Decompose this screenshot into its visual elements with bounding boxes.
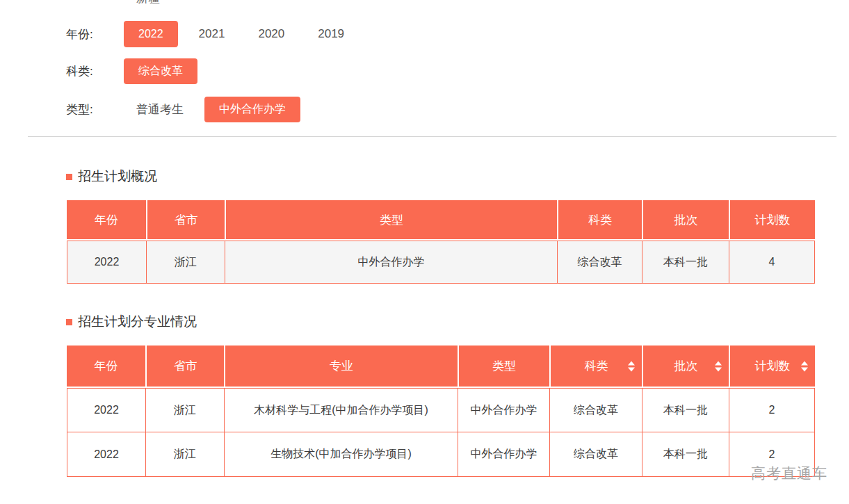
section-title-text: 招生计划概况 — [78, 168, 157, 186]
table-cell: 中外合作办学 — [458, 432, 549, 477]
header-row: 年份省市类型科类批次计划数 — [67, 200, 815, 241]
column-header-label: 省市 — [174, 359, 197, 373]
filter-row-year: 年份: 2022202120202019 — [66, 21, 357, 47]
column-header-批次: 批次 — [642, 200, 729, 241]
filter-label-year: 年份: — [66, 26, 124, 42]
header-row: 年份省市专业类型科类批次计划数 — [67, 346, 815, 388]
sort-icon[interactable] — [715, 361, 722, 371]
table-cell: 生物技术(中加合作办学项目) — [224, 432, 458, 477]
filter-row-type: 类型: 普通考生中外合作办学 — [66, 97, 300, 122]
column-header-年份: 年份 — [67, 346, 145, 388]
filter-option-2022[interactable]: 2022 — [124, 21, 178, 47]
filter-label-type: 类型: — [66, 101, 124, 117]
table-cell: 综合改革 — [549, 432, 642, 477]
section-title-text: 招生计划分专业情况 — [78, 313, 197, 331]
table-cell: 综合改革 — [557, 241, 642, 284]
column-header-label: 年份 — [95, 359, 118, 373]
top-clipped-province-tab[interactable]: 新疆 — [136, 0, 160, 6]
column-header-专业: 专业 — [224, 346, 458, 388]
filter-option-2020[interactable]: 2020 — [245, 21, 297, 47]
filter-option-2021[interactable]: 2021 — [186, 21, 238, 47]
column-header-label: 专业 — [330, 359, 353, 373]
filter-option-普通考生[interactable]: 普通考生 — [124, 97, 196, 122]
filter-options-year: 2022202120202019 — [124, 21, 357, 47]
section-divider — [28, 136, 836, 137]
column-header-label: 省市 — [175, 213, 198, 227]
column-header-label: 科类 — [588, 213, 612, 227]
column-header-科类: 科类 — [557, 200, 642, 241]
filter-options-subject: 综合改革 — [124, 58, 197, 84]
table-cell: 浙江 — [145, 388, 224, 432]
column-header-label: 批次 — [674, 359, 698, 373]
table-cell: 4 — [729, 241, 815, 284]
column-header-label: 类型 — [380, 213, 403, 227]
table-cell: 综合改革 — [549, 388, 642, 432]
table-cell: 本科一批 — [642, 241, 729, 284]
column-header-类型: 类型 — [225, 200, 557, 241]
table-row: 2022浙江生物技术(中加合作办学项目)中外合作办学综合改革本科一批2 — [67, 432, 815, 477]
table-cell: 本科一批 — [642, 388, 729, 432]
table-cell: 中外合作办学 — [225, 241, 557, 284]
filter-option-综合改革[interactable]: 综合改革 — [124, 58, 197, 84]
column-header-label: 批次 — [674, 213, 698, 227]
column-header-批次[interactable]: 批次 — [642, 346, 729, 388]
table-cell: 浙江 — [146, 241, 225, 284]
filter-options-type: 普通考生中外合作办学 — [124, 97, 300, 122]
filter-label-subject: 科类: — [66, 63, 124, 79]
column-header-label: 计划数 — [755, 359, 791, 373]
filter-row-subject: 科类: 综合改革 — [66, 58, 197, 84]
column-header-label: 计划数 — [755, 213, 791, 227]
column-header-label: 类型 — [492, 359, 516, 373]
section-title-overview: 招生计划概况 — [66, 168, 157, 186]
table-cell: 浙江 — [145, 432, 224, 477]
column-header-计划数: 计划数 — [729, 200, 815, 241]
sort-icon[interactable] — [628, 361, 635, 371]
by-major-table: 年份省市专业类型科类批次计划数2022浙江木材科学与工程(中加合作办学项目)中外… — [67, 346, 815, 477]
table-cell: 2022 — [67, 241, 146, 284]
overview-table: 年份省市类型科类批次计划数2022浙江中外合作办学综合改革本科一批4 — [67, 200, 815, 284]
column-header-年份: 年份 — [67, 200, 146, 241]
table-row: 2022浙江中外合作办学综合改革本科一批4 — [67, 241, 815, 284]
section-title-by-major: 招生计划分专业情况 — [66, 313, 197, 331]
column-header-计划数[interactable]: 计划数 — [729, 346, 815, 388]
sort-icon[interactable] — [801, 361, 808, 371]
table-cell: 中外合作办学 — [458, 388, 549, 432]
watermark: 高考直通车 — [751, 464, 827, 483]
column-header-省市: 省市 — [146, 200, 225, 241]
bullet-square-icon — [66, 174, 72, 180]
table-cell: 木材科学与工程(中加合作办学项目) — [224, 388, 458, 432]
column-header-类型: 类型 — [458, 346, 549, 388]
column-header-科类[interactable]: 科类 — [549, 346, 642, 388]
filter-option-2019[interactable]: 2019 — [305, 21, 357, 47]
bullet-square-icon — [66, 319, 72, 325]
column-header-label: 科类 — [585, 359, 608, 373]
column-header-省市: 省市 — [145, 346, 224, 388]
admission-plan-page: 新疆 年份: 2022202120202019 科类: 综合改革 类型: 普通考… — [0, 0, 849, 504]
column-header-label: 年份 — [95, 213, 118, 227]
table-cell: 2022 — [67, 388, 145, 432]
table-row: 2022浙江木材科学与工程(中加合作办学项目)中外合作办学综合改革本科一批2 — [67, 388, 815, 432]
filter-option-中外合作办学[interactable]: 中外合作办学 — [204, 97, 300, 122]
table-cell: 本科一批 — [642, 432, 729, 477]
table-cell: 2 — [729, 388, 815, 432]
table-cell: 2022 — [67, 432, 145, 477]
